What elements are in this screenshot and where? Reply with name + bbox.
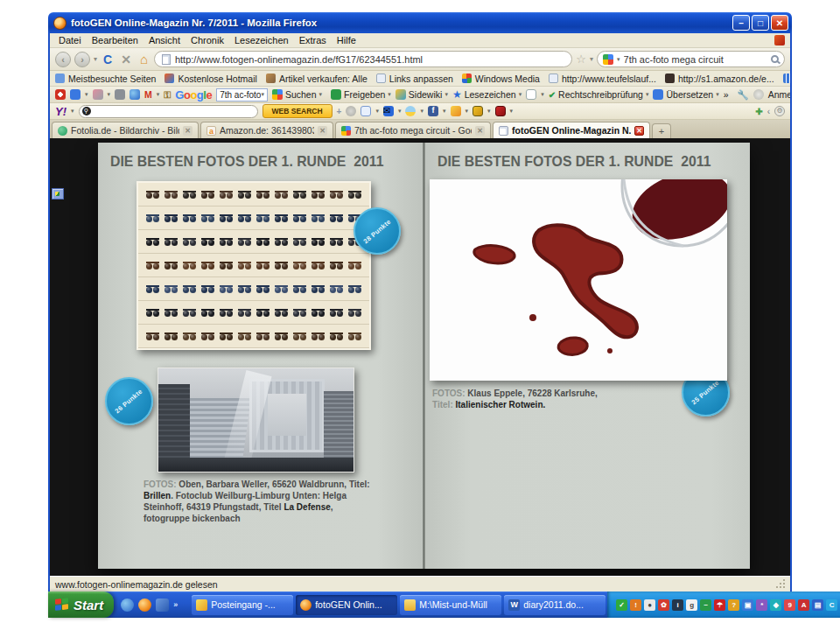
tray-icon[interactable]: 9 xyxy=(784,599,795,611)
home-icon[interactable]: ⌂ xyxy=(137,52,150,66)
key-icon[interactable]: ⚿ xyxy=(164,89,171,101)
tab-close-icon[interactable]: ✕ xyxy=(183,126,192,136)
menu-ansicht[interactable]: Ansicht xyxy=(144,34,186,46)
addon-icon[interactable] xyxy=(774,35,785,46)
bookmark-dropdown-icon[interactable]: ▾ xyxy=(590,55,593,63)
gbookmarks-button[interactable]: ★Lesezeichen▾ xyxy=(452,88,522,101)
resize-grip[interactable] xyxy=(774,579,785,590)
history-dropdown-icon[interactable]: ▾ xyxy=(94,55,97,63)
expand-icon[interactable]: ✚ xyxy=(755,107,762,116)
gbar-overflow[interactable]: » xyxy=(724,89,729,100)
signin-button[interactable]: Anmelden▾ xyxy=(768,89,790,100)
autofill-icon[interactable] xyxy=(526,89,536,100)
search-input[interactable]: ▾ 7th ac-foto mega circuit xyxy=(597,51,785,67)
la-defense-photo[interactable] xyxy=(158,368,354,472)
plus-icon[interactable] xyxy=(70,89,80,100)
reload-icon[interactable]: C xyxy=(101,52,115,66)
bookmark-item[interactable]: http://www.teufelslauf... xyxy=(549,74,656,84)
wrench-icon[interactable]: 🔧 xyxy=(738,89,749,101)
bookmark-item[interactable]: http://s1.amazon.de/e... xyxy=(665,74,774,84)
quicklaunch-overflow-icon[interactable]: » xyxy=(173,600,178,609)
bookmark-item[interactable]: Windows Media xyxy=(462,74,540,84)
tray-icon[interactable]: i xyxy=(672,599,683,611)
spellcheck-button[interactable]: ✔Rechtschreibprüfung▾ xyxy=(549,89,649,100)
tray-icon[interactable]: ✓ xyxy=(616,599,627,611)
ie-icon[interactable] xyxy=(121,598,134,612)
tray-icon[interactable]: ✿ xyxy=(658,599,669,611)
stop-icon[interactable]: ✕ xyxy=(118,52,134,66)
combo-dropdown-icon[interactable]: ▾ xyxy=(261,91,264,98)
start-button[interactable]: Start xyxy=(48,592,114,618)
italian-wine-photo[interactable] xyxy=(430,179,727,381)
messenger-icon[interactable] xyxy=(346,106,356,116)
gear-icon[interactable]: ⚙ xyxy=(774,106,785,116)
new-tab-button[interactable]: + xyxy=(652,123,671,138)
mail-icon[interactable]: ✉ xyxy=(383,106,394,116)
tray-icon[interactable]: ☂ xyxy=(714,599,725,611)
close-button[interactable]: ✕ xyxy=(771,15,788,31)
tray-icon[interactable]: ◆ xyxy=(770,599,781,611)
window-titlebar[interactable]: fotoGEN Online-Magazin Nr. 7/2011 - Mozi… xyxy=(48,12,792,33)
tray-icon[interactable]: ● xyxy=(644,599,655,611)
forward-button[interactable]: › xyxy=(74,52,90,67)
engine-dropdown-icon[interactable]: ▾ xyxy=(617,56,620,63)
earth-icon[interactable] xyxy=(130,89,140,100)
bookmark-item[interactable]: Artikel verkaufen: Alle xyxy=(266,74,368,84)
minimize-button[interactable]: – xyxy=(732,15,750,31)
adblock-icon[interactable] xyxy=(55,89,66,100)
bookmark-item[interactable]: Links anpassen xyxy=(376,74,453,84)
gmail-icon[interactable]: M xyxy=(144,89,152,100)
add-icon[interactable]: + xyxy=(337,107,342,116)
bookmark-item[interactable]: Meistbesuchte Seiten xyxy=(55,74,156,84)
apps-icon[interactable] xyxy=(472,106,483,116)
task-word[interactable]: W diary2011.do... xyxy=(504,595,606,615)
gift-icon[interactable] xyxy=(495,106,506,116)
firefox-quicklaunch-icon[interactable] xyxy=(138,598,151,612)
facebook-icon[interactable]: f xyxy=(428,106,438,116)
tab-google-search[interactable]: 7th ac-foto mega circuit - Goo... ✕ xyxy=(335,122,491,138)
menu-extras[interactable]: Extras xyxy=(294,34,332,46)
tray-icon[interactable]: ! xyxy=(630,599,641,611)
tab-close-icon[interactable]: ✕ xyxy=(475,126,485,136)
tab-fotolia[interactable]: Fotolia.de - Bildarchiv - Bildage... ✕ xyxy=(52,122,199,138)
bookmark-star-icon[interactable]: ☆ xyxy=(576,52,586,66)
bank-icon[interactable] xyxy=(115,89,125,100)
bookmark-item[interactable]: Kostenlose Hotmail xyxy=(164,74,256,84)
url-bar[interactable]: http://www.fotogen-onlinemagazin.de/fG17… xyxy=(154,51,572,67)
tab-fotogen-active[interactable]: fotoGEN Online-Magazin N... ✕ xyxy=(493,122,650,138)
sidewiki-button[interactable]: Sidewiki▾ xyxy=(396,89,448,100)
yahoo-search-input[interactable]: ⚲ xyxy=(79,105,258,118)
task-posteingang[interactable]: Posteingang -... xyxy=(192,595,293,615)
tray-icon[interactable]: ? xyxy=(728,599,739,611)
tab-close-icon[interactable]: ✕ xyxy=(318,126,327,136)
menu-chronik[interactable]: Chronik xyxy=(186,34,229,46)
notepad-icon[interactable] xyxy=(360,106,371,116)
google-search-button[interactable]: Suchen▾ xyxy=(272,89,322,100)
briefcase-icon[interactable] xyxy=(451,106,461,116)
back-button[interactable]: ‹ xyxy=(55,52,71,67)
collapse-icon[interactable]: ‹ xyxy=(767,107,770,116)
menu-datei[interactable]: Datei xyxy=(53,34,87,46)
sunglasses-photo[interactable] xyxy=(136,181,371,350)
tray-icon[interactable]: ▣ xyxy=(742,599,753,611)
search-magnifier-icon[interactable] xyxy=(771,55,779,63)
tray-icon[interactable]: g xyxy=(686,599,697,611)
menu-lesezeichen[interactable]: Lesezeichen xyxy=(229,34,294,46)
google-search-field[interactable]: 7th ac-foto▾ xyxy=(216,88,268,102)
share-button[interactable]: Freigeben▾ xyxy=(331,89,391,100)
tab-close-icon[interactable]: ✕ xyxy=(634,126,644,136)
app-icon[interactable] xyxy=(156,598,169,612)
yahoo-logo[interactable]: Y! xyxy=(55,105,66,118)
google-engine-icon[interactable] xyxy=(603,54,613,65)
task-folder[interactable]: M:\Mist-und-Müll xyxy=(400,595,501,615)
camera-icon[interactable] xyxy=(93,89,103,100)
web-search-button[interactable]: WEB SEARCH xyxy=(262,104,332,118)
tab-amazon[interactable]: a Amazon.de: 361439803x ✕ xyxy=(200,122,333,138)
tray-icon[interactable]: A xyxy=(798,599,809,611)
tray-icon[interactable]: * xyxy=(756,599,767,611)
maximize-button[interactable]: □ xyxy=(752,15,769,31)
weather-icon[interactable] xyxy=(405,106,416,116)
tray-icon[interactable]: ▤ xyxy=(812,599,823,611)
tray-icon[interactable]: ~ xyxy=(700,599,711,611)
translate-button[interactable]: Übersetzen▾ xyxy=(653,89,718,100)
